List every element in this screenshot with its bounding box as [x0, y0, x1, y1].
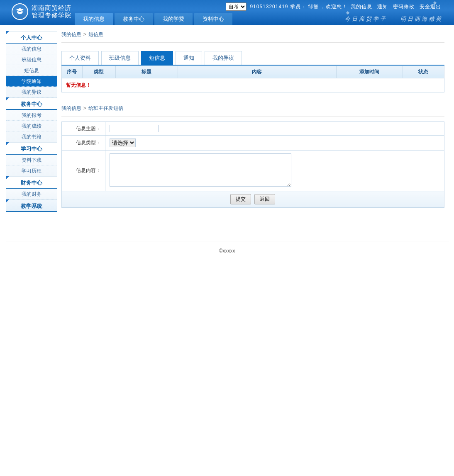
- logo: 湖南商贸经济 管理专修学院: [12, 3, 71, 20]
- col-content: 内容: [178, 66, 336, 78]
- breadcrumb-sep: >: [83, 32, 86, 37]
- slogan-1: 今日商贸学子: [345, 16, 387, 22]
- greet-suffix: ，欢迎您！: [320, 3, 347, 10]
- top-links: 自考 910513201419学员：邹智，欢迎您！ 我的信息 通知 密码修改 安…: [226, 2, 442, 11]
- col-type: 类型: [82, 66, 115, 78]
- breadcrumb2-a: 我的信息: [61, 105, 81, 111]
- label-content: 信息内容：: [61, 151, 105, 191]
- sidebar-group-personal: 个人中心: [6, 31, 57, 44]
- sidebar-group-edu: 教务中心: [6, 97, 57, 110]
- link-logout[interactable]: 安全退出: [420, 3, 441, 10]
- breadcrumb-b: 短信息: [88, 32, 103, 37]
- sidebar-item-classinfo[interactable]: 班级信息: [6, 54, 57, 65]
- breadcrumb: 我的信息 > 短信息: [61, 31, 444, 43]
- slogan-2: 明日商海精英: [400, 16, 443, 22]
- sidebar-group-study: 学习中心: [6, 142, 57, 155]
- sidebar-item-exam[interactable]: 我的报考: [6, 110, 57, 121]
- app-header: 湖南商贸经济 管理专修学院 自考 910513201419学员：邹智，欢迎您！ …: [0, 0, 454, 25]
- tab-objection[interactable]: 我的异议: [205, 51, 242, 65]
- breadcrumb2-b: 给班主任发短信: [88, 105, 123, 111]
- col-status: 状态: [403, 66, 444, 78]
- tab-sms[interactable]: 短信息: [141, 51, 173, 65]
- tab-notice[interactable]: 通知: [176, 51, 202, 65]
- nav-item-resource[interactable]: 资料中心: [194, 13, 232, 25]
- sidebar: 个人中心 我的信息 班级信息 短信息 学院通知 我的异议 教务中心 我的报考 我…: [6, 25, 57, 212]
- sidebar-item-books[interactable]: 我的书籍: [6, 131, 57, 142]
- col-time: 添加时间: [336, 66, 403, 78]
- logo-text-line1: 湖南商贸经济: [32, 4, 71, 12]
- tab-classinfo[interactable]: 班级信息: [101, 51, 139, 65]
- sidebar-item-download[interactable]: 资料下载: [6, 155, 57, 165]
- sidebar-item-history[interactable]: 学习历程: [6, 165, 57, 176]
- col-seq: 序号: [61, 66, 82, 78]
- textarea-content[interactable]: [110, 153, 291, 187]
- logo-icon: [12, 3, 28, 20]
- sidebar-item-myinfo[interactable]: 我的信息: [6, 44, 57, 54]
- nav-item-fee[interactable]: 我的学费: [154, 13, 193, 25]
- greet-prefix: 学员：: [290, 3, 306, 10]
- sidebar-item-score[interactable]: 我的成绩: [6, 121, 57, 131]
- breadcrumb2-sep: >: [83, 105, 86, 111]
- breadcrumb-a: 我的信息: [61, 32, 81, 37]
- tab-profile[interactable]: 个人资料: [61, 51, 99, 65]
- sidebar-item-objection[interactable]: 我的异议: [6, 87, 57, 97]
- submit-button[interactable]: 提交: [230, 194, 251, 204]
- logo-text-line2: 管理专修学院: [32, 12, 71, 19]
- footer: ©xxxxx: [6, 241, 449, 260]
- tabs: 个人资料 班级信息 短信息 通知 我的异议: [61, 51, 444, 66]
- sidebar-item-finance[interactable]: 我的财务: [6, 189, 57, 199]
- link-notice[interactable]: 通知: [377, 3, 388, 10]
- no-data-message: 暂无信息！: [61, 78, 444, 92]
- message-table: 序号 类型 标题 内容 添加时间 状态: [61, 66, 444, 78]
- back-button[interactable]: 返回: [254, 194, 275, 204]
- sidebar-group-finance: 财务中心: [6, 176, 57, 189]
- select-type[interactable]: 请选择: [110, 138, 136, 147]
- label-type: 信息类型：: [61, 136, 105, 151]
- label-subject: 信息主题：: [61, 122, 105, 136]
- input-subject[interactable]: [110, 125, 159, 132]
- main-content: 我的信息 > 短信息 个人资料 班级信息 短信息 通知 我的异议 序号 类型 标…: [57, 25, 449, 212]
- send-message-form: 信息主题： 信息类型： 请选择 信息内容： 提交 返回: [61, 121, 444, 208]
- slogan: 今日商贸学子 明日商海精英: [335, 15, 443, 23]
- student-id: 910513201419: [250, 4, 288, 10]
- mode-select[interactable]: 自考: [226, 2, 247, 11]
- link-pwd[interactable]: 密码修改: [393, 3, 415, 10]
- sidebar-item-sms[interactable]: 短信息: [6, 65, 57, 76]
- student-name: 邹智: [308, 3, 319, 10]
- sidebar-item-notice[interactable]: 学院通知: [6, 76, 57, 87]
- link-myinfo[interactable]: 我的信息: [351, 3, 372, 10]
- main-nav: 我的信息 教务中心 我的学费 资料中心: [75, 13, 234, 25]
- breadcrumb-2: 我的信息 > 给班主任发短信: [61, 105, 444, 117]
- nav-item-edu[interactable]: 教务中心: [115, 13, 153, 25]
- nav-item-myinfo[interactable]: 我的信息: [75, 13, 113, 25]
- sidebar-group-teachsys[interactable]: 教学系统: [6, 199, 57, 212]
- col-title: 标题: [115, 66, 178, 78]
